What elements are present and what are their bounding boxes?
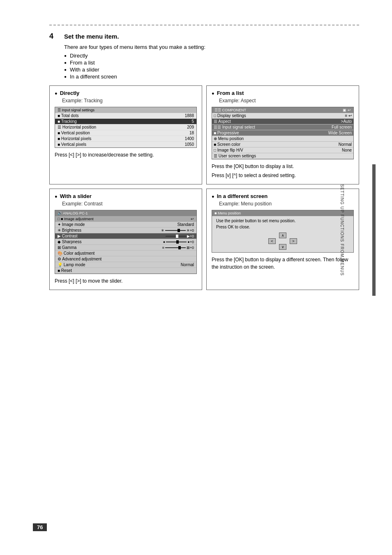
different-screen-header: ● In a different screen (212, 193, 354, 199)
with-slider-title: With a slider (60, 193, 92, 199)
directly-example: Example: Tracking (62, 98, 197, 104)
arrow-down-row: ∨ (279, 244, 286, 250)
arrow-right-icon: > (290, 238, 297, 244)
different-screen-desc: Press the [OK] button to display a diffe… (212, 256, 354, 271)
screen-row-tracking: ■ Tracking 5 (55, 119, 196, 124)
list-item-different-screen: In a different screen (64, 74, 359, 80)
analog-row-reset: ■ Reset (55, 268, 196, 274)
analog-sub-title-bar: □ ■ Image adjustment ↩ (55, 216, 196, 222)
directly-screen-title: ☰ Input signal settings (55, 107, 196, 113)
analog-row-advanced: ⚙ Advanced adjustment (55, 256, 196, 262)
page: 4 Set the menu item. There are four type… (0, 0, 392, 555)
step-title: Set the menu item. (64, 33, 119, 40)
analog-row-brightness: ✳ Brightness ✳ ✳+0 (55, 228, 196, 233)
comp-row-input-signal: ☰☰ Input signal select Full screen (212, 124, 353, 130)
comp-row-menu-pos: ⊕ Menu position (212, 136, 353, 142)
arrow-down-icon: ∨ (279, 244, 286, 250)
directly-box: ● Directly Example: Tracking ☰ Input sig… (49, 85, 202, 184)
directly-bullet: ● (55, 91, 58, 96)
with-slider-header: ● With a slider (55, 193, 197, 199)
with-slider-example: Example: Contrast (62, 201, 197, 207)
menu-pos-title: ■ Menu position (212, 210, 353, 216)
comp-title-bar: ☰☰ COMPONENT ▣ ↩ (212, 107, 353, 113)
arrow-up-row: ∧ (279, 233, 286, 238)
comp-row-image-flip: □ Image flip H/V None (212, 147, 353, 153)
different-screen-bullet: ● (212, 194, 214, 199)
arrow-controls: ∧ < > ∨ (216, 233, 349, 250)
comp-row-aspect: ☰ Aspect >Auto (212, 119, 353, 124)
with-slider-box: ● With a slider Example: Contrast 🔊 ANAL… (49, 189, 202, 290)
from-list-screen: ☰☰ COMPONENT ▣ ↩ □ Display settings ≡ ↩ … (212, 107, 354, 159)
from-list-desc2: Press [v] [^] to select a desired settin… (212, 172, 354, 179)
directly-screen: ☰ Input signal settings ■ Total dots 188… (55, 107, 197, 148)
page-number: 76 (33, 524, 47, 530)
menu-pos-body: Use the pointer button to set menu posit… (216, 219, 349, 223)
comp-row-display: □ Display settings ≡ ↩ (212, 113, 353, 119)
different-screen-sim: ■ Menu position Use the pointer button t… (212, 210, 354, 253)
menu-pos-body2: Press OK to close. (216, 225, 349, 229)
list-item-directly: Directly (64, 53, 359, 59)
comp-row-screen-color: ■ Screen color Normal (212, 142, 353, 147)
comp-row-progressive: ■ Progressive Wide Screen (212, 130, 353, 136)
different-screen-example: Example: Menu position (219, 201, 354, 207)
with-slider-screen: 🔊 ANALOG PC-1 □ ■ Image adjustment ↩ ✦ I… (55, 210, 197, 274)
step-description: There are four types of menu items that … (64, 44, 359, 50)
analog-row-image-mode: ✦ Image mode Standard (55, 222, 196, 228)
analog-row-lamp: 💡 Lamp mode Normal (55, 262, 196, 268)
sidebar-label: SETTING UP FUNCTIONS FROM MENUS (340, 184, 344, 276)
from-list-header: ● From a list (212, 90, 354, 96)
different-screen-box: ● In a different screen Example: Menu po… (206, 189, 359, 290)
screen-row-vert-pixels: ■ Vertical pixels 1050 (55, 142, 196, 147)
analog-row-sharpness: ◆ Sharpness ● ●+0 (55, 239, 196, 245)
arrow-up-icon: ∧ (279, 233, 286, 238)
examples-grid: ● Directly Example: Tracking ☰ Input sig… (49, 85, 359, 290)
analog-title-bar: 🔊 ANALOG PC-1 (55, 210, 196, 216)
directly-header: ● Directly (55, 90, 197, 96)
from-list-bullet: ● (212, 91, 214, 96)
with-slider-desc: Press [<] [>] to move the slider. (55, 277, 197, 285)
arrow-lr-row: < > (268, 238, 297, 244)
from-list-title: From a list (217, 90, 244, 96)
arrow-left-icon: < (268, 238, 276, 244)
step-header: 4 Set the menu item. (49, 32, 359, 41)
directly-desc: Press [<] [>] to increase/decrease the s… (55, 151, 197, 159)
from-list-desc1: Press the [OK] button to display a list. (212, 163, 354, 170)
from-list-box: ● From a list Example: Aspect ☰☰ COMPONE… (206, 85, 359, 184)
analog-row-color-adj: 🎨 Color adjustment (55, 251, 196, 256)
screen-row-total-dots: ■ Total dots 1888 (55, 113, 196, 119)
with-slider-bullet: ● (55, 194, 58, 199)
analog-row-contrast: ▶ Contrast ▶+0 (55, 233, 196, 239)
menu-type-list: Directly From a list With a slider In a … (64, 53, 359, 80)
screen-row-horiz-pixels: ■ Horizontal pixels 1400 (55, 136, 196, 142)
page-num-badge: 76 (33, 523, 47, 531)
sidebar-bar (372, 164, 376, 296)
analog-row-gamma: ⊠ Gamma ≡ ⊠+0 (55, 245, 196, 251)
different-screen-title: In a different screen (217, 193, 268, 199)
step-number: 4 (49, 32, 64, 41)
list-item-from-list: From a list (64, 60, 359, 66)
screen-row-horiz-pos: ☰ Horizontal position 209 (55, 124, 196, 130)
from-list-example: Example: Aspect (219, 98, 354, 104)
list-item-with-slider: With a slider (64, 67, 359, 73)
dashed-divider (49, 25, 359, 25)
screen-row-vert-pos: ■ Vertical position 18 (55, 130, 196, 136)
comp-row-user-screen: ☰ User screen settings (212, 153, 353, 159)
directly-title: Directly (60, 90, 80, 96)
